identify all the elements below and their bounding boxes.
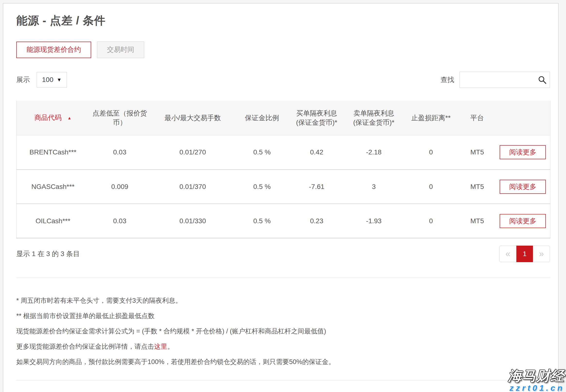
cell-swap-short: 3 <box>345 169 403 204</box>
column-header-swap-long[interactable]: 买单隔夜利息 (保证金货币)* <box>289 101 345 135</box>
chevron-down-icon: ▼ <box>57 77 62 83</box>
cell-spread: 0.009 <box>89 169 150 204</box>
read-more-button[interactable]: 阅读更多 <box>500 180 546 194</box>
footnotes: * 周五闭市时若有未平仓头寸，需要支付3天的隔夜利息。 ** 根据当前市价设置挂… <box>16 297 550 365</box>
cell-symbol: OILCash*** <box>16 204 89 238</box>
cell-platform: MT5 <box>459 135 496 169</box>
column-header-sl-distance[interactable]: 止盈损距离** <box>403 101 459 135</box>
page-size-select[interactable]: 100 ▼ <box>37 72 67 87</box>
cell-swap-short: -1.93 <box>345 204 403 238</box>
search-input[interactable] <box>459 72 550 88</box>
column-header-lots[interactable]: 最小/最大交易手数 <box>150 101 235 135</box>
cell-swap-long: -7.61 <box>289 169 345 204</box>
cell-swap-long: 0.42 <box>289 135 345 169</box>
sort-asc-icon: ▲ <box>67 116 71 120</box>
cell-swap-short: -2.18 <box>345 135 403 169</box>
footnote-swap-3day: * 周五闭市时若有未平仓头寸，需要支付3天的隔夜利息。 <box>16 297 550 304</box>
footnote-margin-formula: 现货能源差价合约保证金需求计算公式为 = (手数 * 合约规模 * 开仓价格) … <box>16 328 550 335</box>
pagination-next-button[interactable]: » <box>533 246 550 262</box>
cell-sl-distance: 0 <box>403 169 459 204</box>
search-label: 查找 <box>441 75 454 84</box>
entries-summary: 显示 1 在 3 的 3 条目 <box>16 249 80 258</box>
cell-spread: 0.03 <box>89 135 150 169</box>
column-header-swap-short[interactable]: 卖单隔夜利息 (保证金货币)* <box>345 101 403 135</box>
footnote-margin-details: 更多现货能源差价合约保证金比例详情，请点击这里。 <box>16 343 550 350</box>
cell-platform: MT5 <box>459 169 496 204</box>
footnote-stop-distance: ** 根据当前市价设置挂单的最低止损盈最低点数 <box>16 312 550 320</box>
instruments-table: 商品代码▲ 点差低至（报价货币） 最小/最大交易手数 保证金比例 买单隔夜利息 … <box>16 101 551 238</box>
pagination: « 1 » <box>499 246 550 262</box>
show-entries-label: 展示 <box>16 75 30 84</box>
cell-lots: 0.01/270 <box>150 135 235 169</box>
chevron-double-right-icon: » <box>539 249 544 259</box>
cell-spread: 0.03 <box>89 204 150 238</box>
read-more-button[interactable]: 阅读更多 <box>500 214 546 228</box>
divider <box>16 380 550 380</box>
cell-swap-long: 0.23 <box>289 204 345 238</box>
cell-sl-distance: 0 <box>403 135 459 169</box>
here-link[interactable]: 这里 <box>154 343 167 350</box>
column-header-platform[interactable]: 平台 <box>459 101 496 135</box>
table-header-row: 商品代码▲ 点差低至（报价货币） 最小/最大交易手数 保证金比例 买单隔夜利息 … <box>16 101 551 135</box>
read-more-button[interactable]: 阅读更多 <box>500 145 546 159</box>
page-title: 能源 - 点差 / 条件 <box>16 14 550 27</box>
search-icon[interactable] <box>538 75 547 84</box>
column-header-symbol-label: 商品代码 <box>34 114 62 121</box>
column-header-spread[interactable]: 点差低至（报价货币） <box>89 101 150 135</box>
divider <box>16 278 550 278</box>
chevron-double-left-icon: « <box>505 249 510 259</box>
table-controls: 展示 100 ▼ 查找 <box>16 72 550 88</box>
column-header-symbol[interactable]: 商品代码▲ <box>16 101 89 135</box>
page-size-value: 100 <box>42 76 54 84</box>
column-header-margin[interactable]: 保证金比例 <box>235 101 289 135</box>
cell-lots: 0.01/370 <box>150 169 235 204</box>
pagination-page-1-button[interactable]: 1 <box>516 246 533 262</box>
cell-symbol: BRENTCash*** <box>16 135 89 169</box>
content-panel: 能源 - 点差 / 条件 能源现货差价合约 交易时间 展示 100 ▼ 查找 <box>3 3 558 392</box>
tab-bar: 能源现货差价合约 交易时间 <box>16 42 550 58</box>
cell-margin: 0.5 % <box>235 204 289 238</box>
tab-energy-spot-cfd[interactable]: 能源现货差价合约 <box>16 42 91 58</box>
cell-sl-distance: 0 <box>403 204 459 238</box>
table-row: BRENTCash*** 0.03 0.01/270 0.5 % 0.42 -2… <box>16 135 551 169</box>
cell-symbol: NGASCash*** <box>16 169 89 204</box>
pagination-prev-button[interactable]: « <box>499 246 516 262</box>
column-header-actions <box>496 101 551 135</box>
cell-margin: 0.5 % <box>235 135 289 169</box>
cell-lots: 0.01/330 <box>150 204 235 238</box>
table-row: NGASCash*** 0.009 0.01/370 0.5 % -7.61 3… <box>16 169 551 204</box>
cell-platform: MT5 <box>459 204 496 238</box>
tab-trading-hours[interactable]: 交易时间 <box>97 42 144 58</box>
table-row: OILCash*** 0.03 0.01/330 0.5 % 0.23 -1.9… <box>16 204 551 238</box>
cell-margin: 0.5 % <box>235 169 289 204</box>
footnote-hedged-margin: 如果交易同方向的商品，预付款比例需要高于100%，若使用差价合约锁仓交易的话，则… <box>16 358 550 365</box>
